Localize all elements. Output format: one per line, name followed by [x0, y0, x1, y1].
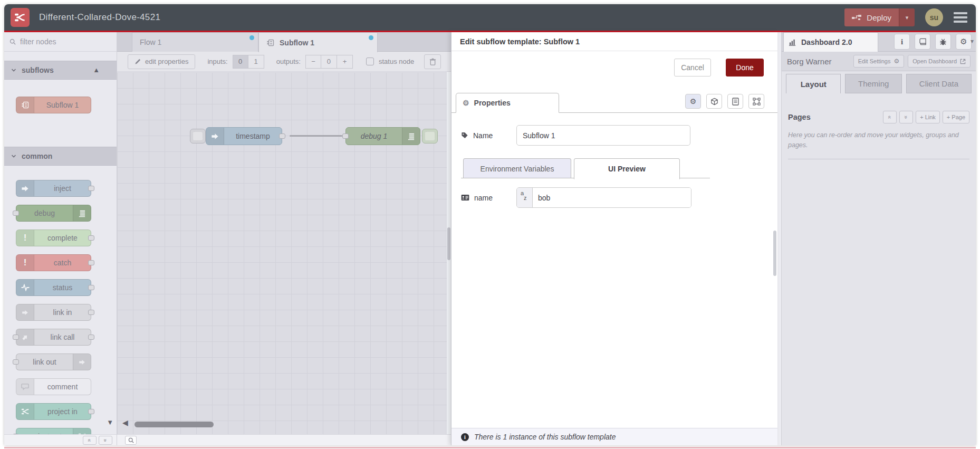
tray-icon-buttons: ⚙ [685, 94, 764, 109]
output-port[interactable] [88, 335, 94, 340]
edit-subflow-tray: Edit subflow template: Subflow 1 Cancel … [451, 32, 777, 445]
input-port[interactable] [13, 211, 19, 216]
subflow-name-input[interactable] [516, 125, 690, 146]
node-palette: subflows [4, 32, 117, 445]
appearance-button[interactable] [748, 94, 764, 109]
subflow-input-stub[interactable] [190, 129, 206, 144]
palette-collapse-all-button[interactable]: « [83, 436, 97, 445]
description-button[interactable] [727, 94, 743, 109]
open-dashboard-button[interactable]: Open Dashboard [908, 55, 971, 68]
input-port[interactable] [13, 335, 19, 340]
output-port[interactable] [88, 260, 94, 265]
output-port[interactable] [88, 310, 94, 315]
palette-scroll-up-icon[interactable]: ▲ [93, 66, 100, 74]
palette-node-subflow-1[interactable]: Subflow 1 [16, 97, 91, 113]
env-value-input-group: a z [516, 187, 691, 208]
tab-client-data[interactable]: Client Data [906, 74, 972, 93]
sidebar-options-caret[interactable]: ▾ [971, 37, 974, 45]
palette-section-common[interactable]: common [4, 147, 117, 166]
palette-section-subflows[interactable]: subflows [4, 61, 117, 80]
vertical-scrollbar-thumb[interactable] [447, 227, 450, 260]
properties-view-button[interactable]: ⚙ [685, 94, 701, 109]
filter-nodes-input[interactable] [20, 37, 99, 46]
palette-node-comment[interactable]: comment [16, 378, 91, 395]
tab-layout[interactable]: Layout [786, 74, 841, 93]
help-tab-button[interactable] [915, 34, 930, 50]
palette-node-complete[interactable]: ! complete [16, 230, 91, 246]
name-form-row: Name [461, 125, 777, 146]
tab-environment-variables[interactable]: Environment Variables [463, 158, 571, 178]
output-port[interactable] [88, 285, 94, 290]
palette-node-catch[interactable]: ! catch [16, 254, 91, 271]
main-menu-icon[interactable] [954, 12, 967, 23]
output-port[interactable] [88, 409, 94, 414]
tab-properties[interactable]: ⚙ Properties [456, 93, 559, 113]
wire[interactable] [290, 135, 342, 137]
collapse-all-button[interactable]: « [883, 111, 897, 123]
input-port[interactable] [342, 133, 349, 139]
palette-node-link-out[interactable]: link out [16, 354, 91, 370]
outputs-increase-button[interactable]: + [337, 55, 353, 69]
palette-node-status[interactable]: status [16, 279, 91, 296]
output-port[interactable] [88, 186, 94, 191]
cancel-button[interactable]: Cancel [674, 59, 711, 77]
deploy-button[interactable]: Deploy ▾ [844, 8, 915, 26]
canvas-node-timestamp[interactable]: timestamp [206, 127, 282, 145]
add-page-button[interactable]: + Page [943, 111, 969, 123]
edit-properties-button[interactable]: edit properties [128, 54, 195, 69]
output-port[interactable] [88, 235, 94, 241]
status-node-checkbox[interactable] [366, 58, 374, 65]
palette-expand-all-button[interactable]: » [99, 436, 112, 445]
palette-node-link-in[interactable]: link in [16, 304, 91, 321]
tray-title: Edit subflow template: Subflow 1 [451, 32, 777, 51]
gear-icon: ⚙ [960, 37, 967, 46]
add-link-button[interactable]: + Link [916, 111, 940, 123]
canvas-node-debug-1[interactable]: debug 1 [345, 127, 420, 145]
palette-node-project-in[interactable]: project in [16, 403, 91, 420]
screen: Different-Collared-Dove-4521 Deploy ▾ su [0, 0, 980, 449]
settings-tab-button[interactable]: ⚙ [956, 34, 972, 50]
info-tab-button[interactable]: i [894, 34, 910, 50]
expand-all-button[interactable]: » [899, 111, 913, 123]
palette-node-debug[interactable]: debug [16, 205, 91, 222]
zoom-button[interactable] [125, 436, 137, 445]
tab-ui-preview[interactable]: UI Preview [574, 158, 680, 179]
dashboard-section-tabs: Layout Theming Client Data [782, 71, 976, 93]
debug-tab-button[interactable] [935, 34, 951, 50]
chevron-down-icon [11, 68, 16, 73]
tab-theming[interactable]: Theming [845, 74, 901, 93]
done-button[interactable]: Done [726, 59, 764, 77]
inputs-option-0[interactable]: 0 [233, 55, 248, 69]
type-select-button[interactable]: a z [517, 188, 533, 207]
tab-flow-1[interactable]: Flow 1 [132, 32, 258, 52]
scroll-left-icon[interactable]: ◀ [122, 418, 128, 427]
subflow-toolbar: edit properties inputs: 0 1 outputs: − 0… [117, 52, 451, 72]
output-port[interactable] [279, 133, 285, 139]
tab-subflow-1[interactable]: Subflow 1 [258, 32, 378, 52]
user-avatar[interactable]: su [925, 8, 943, 26]
palette-node-inject[interactable]: inject [16, 180, 91, 197]
vertical-scrollbar-track[interactable] [447, 72, 451, 434]
input-port[interactable] [13, 359, 19, 365]
canvas-footer [117, 434, 451, 445]
module-properties-button[interactable] [706, 94, 722, 109]
dashboard-name: Borg Warner [787, 57, 831, 66]
deploy-options-caret[interactable]: ▾ [899, 8, 915, 26]
horizontal-scrollbar[interactable] [134, 422, 214, 427]
delete-subflow-button[interactable] [424, 54, 441, 69]
flow-canvas[interactable]: timestamp debug 1 ◀ [117, 72, 447, 434]
palette-scroll-down-icon[interactable]: ▼ [107, 418, 113, 426]
dashboard-subheader: Borg Warner Edit Settings ⚙ Open Dashboa… [782, 52, 976, 71]
node-label: project out [16, 428, 91, 434]
edit-settings-button[interactable]: Edit Settings ⚙ [853, 55, 905, 68]
subflow-output-stub[interactable] [422, 129, 438, 144]
env-value-input[interactable] [533, 188, 691, 207]
palette-search[interactable] [4, 32, 117, 52]
palette-node-project-out[interactable]: project out [16, 428, 91, 434]
inputs-option-1[interactable]: 1 [248, 55, 264, 69]
tab-dashboard-2[interactable]: Dashboard 2.0 [783, 32, 878, 52]
app-window: Different-Collared-Dove-4521 Deploy ▾ su [4, 4, 976, 445]
tray-scrollbar-thumb[interactable] [773, 231, 776, 276]
outputs-decrease-button[interactable]: − [305, 55, 321, 69]
palette-node-link-call[interactable]: link call [16, 329, 91, 346]
